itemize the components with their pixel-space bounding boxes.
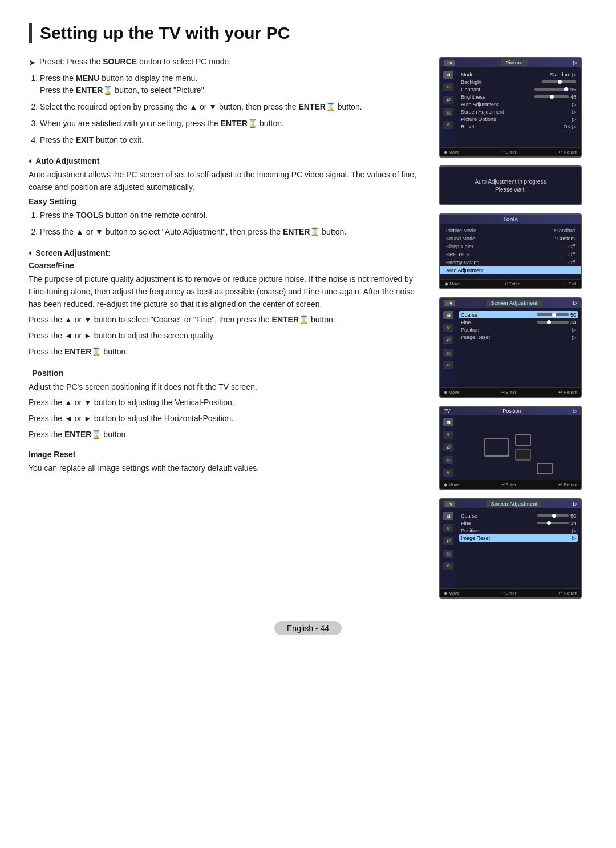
screen-adj-row: Screen Adjustment▷ — [461, 108, 576, 115]
pos-row-2: Position▷ — [461, 527, 576, 534]
screen-adj2-icon-2: ⚙ — [443, 524, 453, 532]
position-footer: ◆ Move ↵Enter ↩ Return — [440, 480, 581, 489]
position-screen: TV Position ▷ 🖼 ⚙ 🔊 📺 ⚙ — [439, 406, 582, 490]
position-body2: Press the ▲ or ▼ button to adjusting the… — [29, 397, 422, 409]
tools-screen: Tools Picture Mode: Standard Sound Mode:… — [439, 213, 582, 289]
tv-label: TV — [444, 60, 455, 66]
fine-row: Fine 34 — [461, 318, 576, 326]
tools-footer-exit: ↩ Exit — [563, 281, 576, 286]
auto-adj-line2: Please wait. — [495, 187, 526, 193]
pos-icon-5: ⚙ — [443, 469, 453, 477]
pos-footer-return: ↩ Return — [558, 482, 577, 487]
backlight-row: Backlight — [461, 78, 576, 86]
pos-icon-1: 🖼 — [443, 418, 453, 426]
pos-icon-2: ⚙ — [443, 431, 453, 439]
tv-sidebar: 🖼 ⚙ 🔊 📺 ⚙ — [440, 67, 456, 147]
page-title: Setting up the TV with your PC — [40, 23, 587, 43]
auto-adj-line1: Auto Adjustment in progress — [475, 179, 546, 185]
sa2-footer-move: ◆ Move — [444, 591, 460, 596]
preset-text: Preset: Press the SOURCE button to selec… — [39, 57, 231, 66]
pos-footer-enter: ↵Enter — [501, 482, 516, 487]
screen-adj-icon-3: 🔊 — [443, 336, 453, 344]
screen-adj-icon-2: ⚙ — [443, 324, 453, 332]
tv-label-3: TV — [444, 408, 451, 414]
screen-adj2-icon-3: 🔊 — [443, 537, 453, 545]
diamond-icon: ♦ — [29, 157, 32, 165]
screen-adj-icon-5: ⚙ — [443, 361, 453, 369]
position-body: 🖼 ⚙ 🔊 📺 ⚙ — [440, 415, 581, 480]
title-section: Setting up the TV with your PC — [29, 23, 587, 43]
tools-footer: ◆ Move ↵Enter ↩ Exit — [440, 279, 581, 288]
screen-adjustment-body2: Press the ▲ or ▼ button to select "Coars… — [29, 314, 422, 326]
contrast-row: Contrast 95 — [461, 86, 576, 93]
pos-footer-move: ◆ Move — [444, 482, 460, 487]
position-body1: Adjust the PC's screen positioning if it… — [29, 381, 422, 394]
brightness-row: Brightness 48 — [461, 93, 576, 100]
easy-step-1: Press the TOOLS button on the remote con… — [40, 209, 422, 221]
screen-adj-icon-1: 🖼 — [443, 311, 453, 319]
image-reset-body: You can replace all image settings with … — [29, 462, 422, 475]
screen-adjustment-body4: Press the ENTER⌛ button. — [29, 346, 422, 358]
tv-icon-1: 🖼 — [443, 71, 453, 79]
tv-icon-2: ⚙ — [443, 83, 453, 91]
fine-row-2: Fine 34 — [461, 519, 576, 527]
position-body4: Press the ENTER⌛ button. — [29, 429, 422, 441]
tv-picture-footer: ◆ Move ↵Enter ↩ Return — [440, 147, 581, 156]
coarse-row-2: Coarse 50 — [461, 512, 576, 519]
position-heading: Position — [29, 369, 422, 378]
pos-icon-4: 📺 — [443, 456, 453, 464]
position-monitors — [456, 415, 581, 480]
sa2-footer-enter: ↵Enter — [501, 591, 516, 596]
preset-instruction: ➤ Preset: Press the SOURCE button to sel… — [29, 57, 422, 68]
screen-adj2-icon-1: 🖼 — [443, 512, 453, 520]
sa-footer-enter: ↵Enter — [501, 390, 516, 395]
easy-step-2: Press the ▲ or ▼ button to select "Auto … — [40, 226, 422, 238]
screen-adj-label: Screen Adjustment — [487, 300, 542, 306]
footer-enter: ↵Enter — [501, 150, 516, 155]
screen-adjustment-body3: Press the ◄ or ► button to adjust the sc… — [29, 330, 422, 342]
left-column: ➤ Preset: Press the SOURCE button to sel… — [29, 57, 422, 599]
screen-adj-sidebar: 🖼 ⚙ 🔊 📺 ⚙ — [440, 308, 456, 387]
tools-picture-mode: Picture Mode: Standard — [440, 227, 581, 235]
picture-options-row: Picture Options▷ — [461, 115, 576, 123]
picture-label: Picture — [501, 59, 528, 66]
sa-footer-move: ◆ Move — [444, 390, 460, 395]
step-4: Press the EXIT button to exit. — [40, 134, 422, 146]
auto-adjustment-body: Auto adjustment allows the PC screen of … — [29, 169, 422, 193]
screen-adj-body-2: 🖼 ⚙ 🔊 📺 ⚙ Coarse 50 Fine — [440, 508, 581, 588]
tools-energy: Energy Saving: Off — [440, 259, 581, 266]
position-label: Position — [32, 369, 63, 378]
numbered-steps: Press the MENU button to display the men… — [29, 72, 422, 146]
tools-footer-move: ◆ Move — [445, 281, 461, 286]
position-sidebar: 🖼 ⚙ 🔊 📺 ⚙ — [440, 415, 456, 480]
tools-auto-adj: Auto Adjustment — [440, 266, 581, 274]
auto-adjustment-label: Auto Adjustment — [35, 156, 99, 165]
screen-adj-sidebar-2: 🖼 ⚙ 🔊 📺 ⚙ — [440, 508, 456, 588]
page-number-badge: English - 44 — [274, 621, 342, 635]
preset-arrow-icon: ➤ — [29, 58, 36, 68]
tv-label-2: TV — [444, 300, 455, 306]
screen-adj2-icon-5: ⚙ — [443, 562, 453, 570]
coarse-fine-heading: Coarse/Fine — [29, 261, 422, 270]
auto-adjustment-heading: ♦ Auto Adjustment — [29, 156, 422, 165]
screen-adj-footer: ◆ Move ↵Enter ↩ Return — [440, 387, 581, 397]
screen-adj-content: Coarse 50 Fine 34 Position▷ — [456, 308, 581, 387]
screen-adj2-footer: ◆ Move ↵Enter ↩ Return — [440, 588, 581, 597]
main-layout: ➤ Preset: Press the SOURCE button to sel… — [29, 57, 587, 599]
easy-setting-steps: Press the TOOLS button on the remote con… — [29, 209, 422, 238]
mode-row: ModeStandard ▷ — [461, 71, 576, 78]
screen-adj-label-2: Screen Adjustment — [487, 500, 542, 507]
tools-footer-enter: ↵Enter — [505, 281, 520, 286]
screen-adj-screen: TV Screen Adjustment ▷ 🖼 ⚙ 🔊 📺 ⚙ Coarse — [439, 297, 582, 398]
diamond-icon-2: ♦ — [29, 249, 32, 257]
monitor-small-bottom-right — [515, 449, 531, 461]
screen-adj2-content: Coarse 50 Fine 34 Position▷ — [456, 508, 581, 588]
tv-picture-body: 🖼 ⚙ 🔊 📺 ⚙ ModeStandard ▷ Backlight — [440, 67, 581, 147]
monitor-small-bottom-left — [537, 463, 553, 474]
screen-adj2-icon-4: 📺 — [443, 550, 453, 558]
tools-sound-mode: Sound Mode: Custom — [440, 235, 581, 243]
auto-adj-progress-screen: Auto Adjustment in progress Please wait. — [439, 165, 582, 205]
img-reset-row-2: Image Reset▷ — [459, 534, 578, 542]
screen-adjustment-body1: The purpose of picture quality adjustmen… — [29, 273, 422, 310]
step-3: When you are satisfied with your setting… — [40, 118, 422, 130]
